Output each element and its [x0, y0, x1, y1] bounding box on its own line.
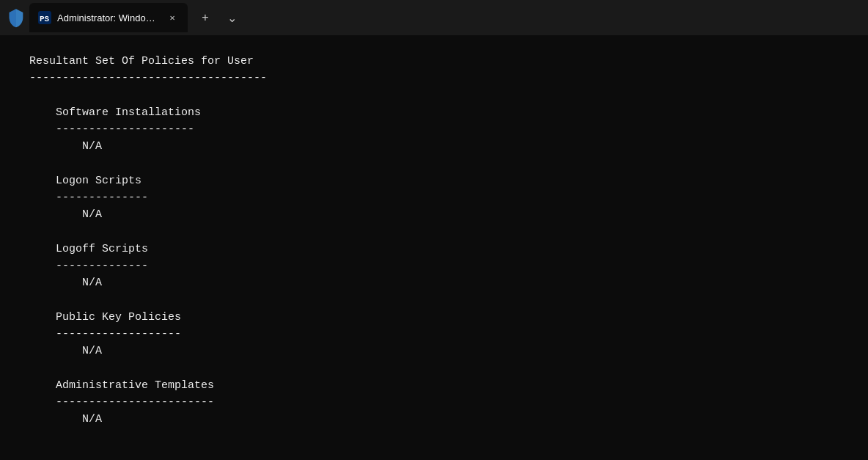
- section-3-title: Public Key Policies: [56, 311, 181, 324]
- terminal-output: Resultant Set Of Policies for User -----…: [29, 53, 839, 428]
- section-2-divider: --------------: [56, 260, 148, 272]
- titlebar-actions: + ⌄: [194, 6, 243, 29]
- section-1-value: N/A: [82, 208, 102, 221]
- section-2-title: Logoff Scripts: [56, 243, 148, 255]
- powershell-tab-icon: PS: [38, 11, 51, 24]
- tab-close-button[interactable]: ✕: [166, 11, 179, 24]
- dropdown-button[interactable]: ⌄: [220, 6, 243, 29]
- header-title: Resultant Set Of Policies for User: [29, 55, 254, 67]
- section-0-value: N/A: [82, 140, 102, 153]
- tab-title-label: Administrator: Windows Powe: [57, 12, 160, 23]
- section-3-value: N/A: [82, 345, 102, 357]
- svg-text:PS: PS: [40, 15, 50, 23]
- section-1-divider: --------------: [56, 191, 148, 204]
- terminal-content: Resultant Set Of Policies for User -----…: [0, 35, 868, 460]
- section-4-title: Administrative Templates: [56, 379, 214, 392]
- app-icon: [6, 7, 26, 28]
- tab-powershell[interactable]: PS Administrator: Windows Powe ✕: [29, 3, 188, 32]
- titlebar: PS Administrator: Windows Powe ✕ + ⌄: [0, 0, 868, 35]
- section-3-divider: -------------------: [56, 328, 181, 340]
- section-4-divider: ------------------------: [56, 396, 214, 409]
- header-divider: ------------------------------------: [29, 72, 267, 84]
- section-1-title: Logon Scripts: [56, 175, 141, 187]
- tab-list: PS Administrator: Windows Powe ✕: [29, 0, 188, 35]
- new-tab-button[interactable]: +: [194, 6, 217, 29]
- section-0-title: Software Installations: [56, 106, 201, 119]
- section-0-divider: ---------------------: [56, 123, 194, 136]
- section-2-value: N/A: [82, 277, 102, 289]
- section-4-value: N/A: [82, 413, 102, 426]
